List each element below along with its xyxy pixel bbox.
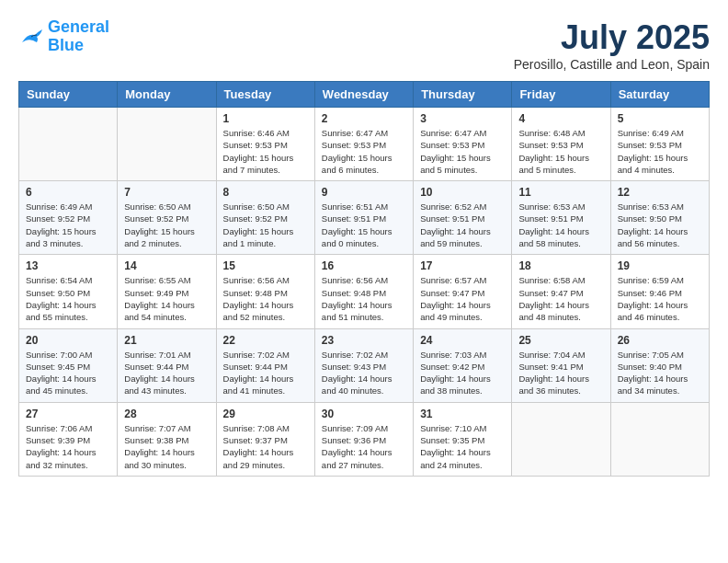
- calendar-week-row: 6Sunrise: 6:49 AM Sunset: 9:52 PM Daylig…: [19, 181, 710, 255]
- day-number: 11: [518, 186, 603, 199]
- day-info: Sunrise: 6:48 AM Sunset: 9:53 PM Dayligh…: [518, 127, 603, 176]
- calendar-week-row: 13Sunrise: 6:54 AM Sunset: 9:50 PM Dayli…: [19, 255, 710, 328]
- day-info: Sunrise: 7:10 AM Sunset: 9:35 PM Dayligh…: [420, 422, 505, 471]
- day-number: 2: [322, 112, 406, 125]
- weekday-header-row: SundayMondayTuesdayWednesdayThursdayFrid…: [19, 82, 710, 108]
- day-info: Sunrise: 6:55 AM Sunset: 9:49 PM Dayligh…: [124, 274, 209, 323]
- day-number: 14: [124, 259, 209, 272]
- calendar-cell: 13Sunrise: 6:54 AM Sunset: 9:50 PM Dayli…: [19, 255, 118, 328]
- calendar-cell: 17Sunrise: 6:57 AM Sunset: 9:47 PM Dayli…: [414, 255, 512, 328]
- calendar-cell: 31Sunrise: 7:10 AM Sunset: 9:35 PM Dayli…: [414, 402, 512, 476]
- calendar-table: SundayMondayTuesdayWednesdayThursdayFrid…: [18, 81, 710, 477]
- day-info: Sunrise: 6:47 AM Sunset: 9:53 PM Dayligh…: [420, 127, 505, 176]
- day-number: 30: [322, 408, 406, 420]
- calendar-cell: 26Sunrise: 7:05 AM Sunset: 9:40 PM Dayli…: [610, 328, 709, 402]
- day-info: Sunrise: 7:09 AM Sunset: 9:36 PM Dayligh…: [322, 422, 406, 471]
- day-number: 10: [420, 186, 505, 199]
- calendar-week-row: 27Sunrise: 7:06 AM Sunset: 9:39 PM Dayli…: [19, 402, 710, 476]
- day-number: 5: [618, 112, 702, 125]
- weekday-header: Thursday: [414, 82, 512, 108]
- logo-bird-icon: [18, 26, 44, 48]
- calendar-cell: 9Sunrise: 6:51 AM Sunset: 9:51 PM Daylig…: [314, 181, 413, 255]
- day-info: Sunrise: 6:49 AM Sunset: 9:53 PM Dayligh…: [618, 127, 702, 176]
- calendar-cell: 25Sunrise: 7:04 AM Sunset: 9:41 PM Dayli…: [512, 328, 610, 402]
- calendar-cell: 10Sunrise: 6:52 AM Sunset: 9:51 PM Dayli…: [414, 181, 512, 255]
- calendar-cell: 20Sunrise: 7:00 AM Sunset: 9:45 PM Dayli…: [19, 328, 118, 402]
- calendar-cell: [19, 108, 118, 181]
- day-info: Sunrise: 7:06 AM Sunset: 9:39 PM Dayligh…: [26, 422, 110, 471]
- calendar-cell: 30Sunrise: 7:09 AM Sunset: 9:36 PM Dayli…: [314, 402, 413, 476]
- calendar-cell: [512, 402, 610, 476]
- calendar-cell: 22Sunrise: 7:02 AM Sunset: 9:44 PM Dayli…: [216, 328, 314, 402]
- day-info: Sunrise: 6:50 AM Sunset: 9:52 PM Dayligh…: [124, 201, 209, 249]
- day-number: 28: [124, 408, 209, 420]
- day-number: 13: [26, 259, 110, 272]
- calendar-cell: 2Sunrise: 6:47 AM Sunset: 9:53 PM Daylig…: [314, 108, 413, 181]
- day-info: Sunrise: 6:53 AM Sunset: 9:51 PM Dayligh…: [518, 201, 603, 249]
- day-number: 20: [26, 334, 110, 347]
- day-info: Sunrise: 6:47 AM Sunset: 9:53 PM Dayligh…: [322, 127, 406, 176]
- calendar-cell: [610, 402, 709, 476]
- day-number: 19: [618, 259, 702, 272]
- calendar-cell: 16Sunrise: 6:56 AM Sunset: 9:48 PM Dayli…: [314, 255, 413, 328]
- calendar-cell: 21Sunrise: 7:01 AM Sunset: 9:44 PM Dayli…: [118, 328, 216, 402]
- day-number: 27: [26, 408, 110, 420]
- location-subtitle: Perosillo, Castille and Leon, Spain: [514, 57, 710, 72]
- day-info: Sunrise: 6:56 AM Sunset: 9:48 PM Dayligh…: [322, 274, 406, 323]
- calendar-cell: 5Sunrise: 6:49 AM Sunset: 9:53 PM Daylig…: [610, 108, 709, 181]
- weekday-header: Saturday: [610, 82, 709, 108]
- day-info: Sunrise: 7:07 AM Sunset: 9:38 PM Dayligh…: [124, 422, 209, 471]
- day-info: Sunrise: 7:03 AM Sunset: 9:42 PM Dayligh…: [420, 349, 505, 397]
- day-info: Sunrise: 7:00 AM Sunset: 9:45 PM Dayligh…: [26, 349, 110, 397]
- month-title: July 2025: [514, 18, 710, 57]
- day-number: 17: [420, 259, 505, 272]
- day-number: 4: [518, 112, 603, 125]
- calendar-cell: 29Sunrise: 7:08 AM Sunset: 9:37 PM Dayli…: [216, 402, 314, 476]
- calendar-cell: 3Sunrise: 6:47 AM Sunset: 9:53 PM Daylig…: [414, 108, 512, 181]
- day-info: Sunrise: 6:49 AM Sunset: 9:52 PM Dayligh…: [26, 201, 110, 249]
- day-info: Sunrise: 7:08 AM Sunset: 9:37 PM Dayligh…: [223, 422, 308, 471]
- day-info: Sunrise: 7:04 AM Sunset: 9:41 PM Dayligh…: [518, 349, 603, 397]
- day-number: 8: [223, 186, 308, 199]
- calendar-cell: 4Sunrise: 6:48 AM Sunset: 9:53 PM Daylig…: [512, 108, 610, 181]
- calendar-cell: 1Sunrise: 6:46 AM Sunset: 9:53 PM Daylig…: [216, 108, 314, 181]
- calendar-cell: 23Sunrise: 7:02 AM Sunset: 9:43 PM Dayli…: [314, 328, 413, 402]
- day-number: 16: [322, 259, 406, 272]
- day-info: Sunrise: 6:53 AM Sunset: 9:50 PM Dayligh…: [618, 201, 702, 249]
- calendar-cell: 12Sunrise: 6:53 AM Sunset: 9:50 PM Dayli…: [610, 181, 709, 255]
- calendar-cell: 11Sunrise: 6:53 AM Sunset: 9:51 PM Dayli…: [512, 181, 610, 255]
- calendar-cell: 15Sunrise: 6:56 AM Sunset: 9:48 PM Dayli…: [216, 255, 314, 328]
- logo-text: General Blue: [48, 18, 109, 55]
- weekday-header: Sunday: [19, 82, 118, 108]
- day-info: Sunrise: 6:57 AM Sunset: 9:47 PM Dayligh…: [420, 274, 505, 323]
- logo: General Blue: [18, 18, 109, 55]
- day-info: Sunrise: 6:58 AM Sunset: 9:47 PM Dayligh…: [518, 274, 603, 323]
- day-info: Sunrise: 6:54 AM Sunset: 9:50 PM Dayligh…: [26, 274, 110, 323]
- title-section: July 2025 Perosillo, Castille and Leon, …: [514, 18, 710, 72]
- day-number: 9: [322, 186, 406, 199]
- calendar-week-row: 20Sunrise: 7:00 AM Sunset: 9:45 PM Dayli…: [19, 328, 710, 402]
- day-info: Sunrise: 7:02 AM Sunset: 9:44 PM Dayligh…: [223, 349, 308, 397]
- page-header: General Blue July 2025 Perosillo, Castil…: [18, 18, 710, 72]
- weekday-header: Monday: [118, 82, 216, 108]
- calendar-cell: [118, 108, 216, 181]
- day-number: 15: [223, 259, 308, 272]
- day-info: Sunrise: 6:46 AM Sunset: 9:53 PM Dayligh…: [223, 127, 308, 176]
- weekday-header: Friday: [512, 82, 610, 108]
- day-number: 24: [420, 334, 505, 347]
- day-number: 22: [223, 334, 308, 347]
- day-info: Sunrise: 6:51 AM Sunset: 9:51 PM Dayligh…: [322, 201, 406, 249]
- calendar-cell: 18Sunrise: 6:58 AM Sunset: 9:47 PM Dayli…: [512, 255, 610, 328]
- calendar-cell: 14Sunrise: 6:55 AM Sunset: 9:49 PM Dayli…: [118, 255, 216, 328]
- day-number: 23: [322, 334, 406, 347]
- calendar-cell: 19Sunrise: 6:59 AM Sunset: 9:46 PM Dayli…: [610, 255, 709, 328]
- day-number: 21: [124, 334, 209, 347]
- day-number: 31: [420, 408, 505, 420]
- day-number: 7: [124, 186, 209, 199]
- day-number: 26: [618, 334, 702, 347]
- calendar-cell: 27Sunrise: 7:06 AM Sunset: 9:39 PM Dayli…: [19, 402, 118, 476]
- weekday-header: Wednesday: [314, 82, 413, 108]
- day-number: 29: [223, 408, 308, 420]
- calendar-cell: 24Sunrise: 7:03 AM Sunset: 9:42 PM Dayli…: [414, 328, 512, 402]
- day-number: 18: [518, 259, 603, 272]
